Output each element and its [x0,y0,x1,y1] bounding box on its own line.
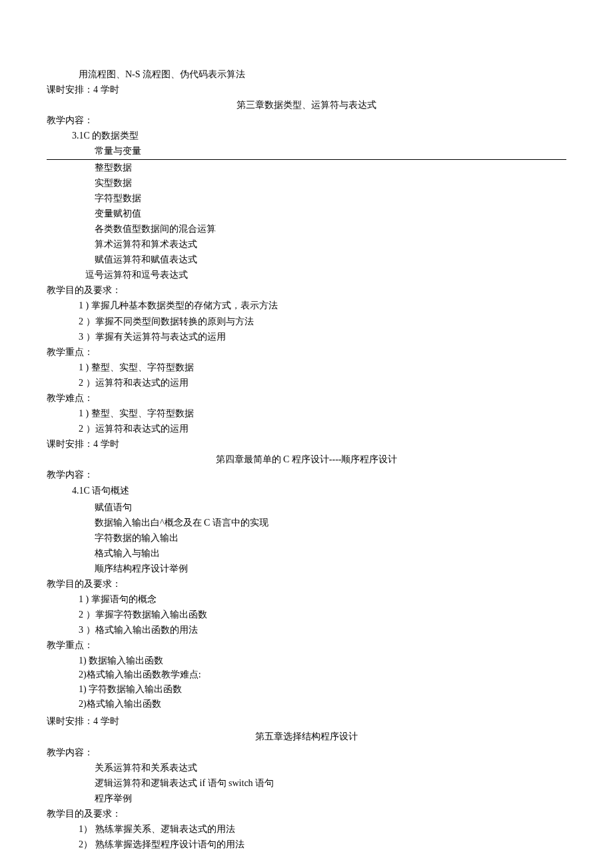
section-label: 教学内容： [47,467,566,482]
list-item: 顺序结构程序设计举例 [47,561,566,576]
body-line: 用流程图、N-S 流程图、伪代码表示算法 [47,67,566,82]
subsection: 4.1C 语句概述 [47,483,566,498]
objective-item: 1） 熟练掌握关系、逻辑表达式的用法 [47,821,566,837]
list-item: 关系运算符和关系表达式 [47,760,566,775]
list-item: 变量赋初值 [47,206,566,221]
difficulty-item: 1 ) 整型、实型、字符型数据 [47,406,566,421]
focus-item: 1 ) 整型、实型、字符型数据 [47,360,566,375]
section-label: 教学目的及要求： [47,576,566,592]
objective-item: 3 ）掌握有关运算符与表达式的运用 [47,329,566,344]
item-text: 常量与变量 [95,143,141,159]
section-label: 教学目的及要求： [47,282,566,298]
list-item: 各类数值型数据间的混合运算 [47,221,566,236]
underlined-item: 常量与变量 [47,143,566,159]
section-label: 教学内容： [47,745,566,760]
chapter-5-title: 第五章选择结构程序设计 [47,729,566,744]
difficulty-item: 2 ）运算符和表达式的运用 [47,421,566,436]
section-label: 教学难点： [47,390,566,406]
list-item: 格式输入与输出 [47,546,566,561]
objective-item: 1 ) 掌握语句的概念 [47,592,566,607]
list-item: 逻辑运算符和逻辑表达式 if 语句 switch 语句 [47,775,566,791]
section-label: 教学重点： [47,344,566,360]
focus-item: 2 ）运算符和表达式的运用 [47,375,566,390]
list-item: 程序举例 [47,791,566,806]
schedule-line: 课时安排：4 学时 [47,713,566,729]
objective-item: 2 ）掌握不同类型间数据转换的原则与方法 [47,314,566,329]
objective-item: 3 ）格式输入输出函数的用法 [47,622,566,638]
list-item: 赋值运算符和赋值表达式 [47,252,566,267]
list-item: 实型数据 [47,175,566,191]
list-item: 赋值语句 [47,500,566,515]
list-item: 算术运算符和算术表达式 [47,236,566,252]
schedule-line: 课时安排：4 学时 [47,436,566,452]
difficulty-item: 2)格式输入输出函数 [47,697,566,711]
difficulty-item: 1) 字符数据输入输出函数 [47,682,566,697]
list-item: 逗号运算符和逗号表达式 [47,267,566,282]
list-item: 整型数据 [47,160,566,175]
list-item: 字符数据的输入输出 [47,530,566,546]
focus-item: 2)格式输入输出函数教学难点: [47,667,566,682]
subsection: 3.1C 的数据类型 [47,128,566,143]
objective-item: 2） 熟练掌握选择型程序设计语句的用法 [47,837,566,852]
section-label: 教学目的及要求： [47,806,566,821]
list-item: 数据输入输出白^概念及在 C 语言中的实现 [47,515,566,530]
section-label: 教学重点： [47,638,566,653]
list-item: 字符型数据 [47,191,566,206]
objective-item: 1 ) 掌握几种基本数据类型的存储方式，表示方法 [47,298,566,313]
chapter-4-title: 第四章最简单的 C 程序设计----顺序程序设计 [47,452,566,467]
chapter-3-title: 第三章数据类型、运算符与表达式 [47,97,566,113]
schedule-line: 课时安排：4 学时 [47,82,566,97]
focus-item: 1) 数据输入输出函数 [47,653,566,668]
objective-item: 2 ）掌握字符数据输入输出函数 [47,607,566,622]
section-label: 教学内容： [47,113,566,128]
